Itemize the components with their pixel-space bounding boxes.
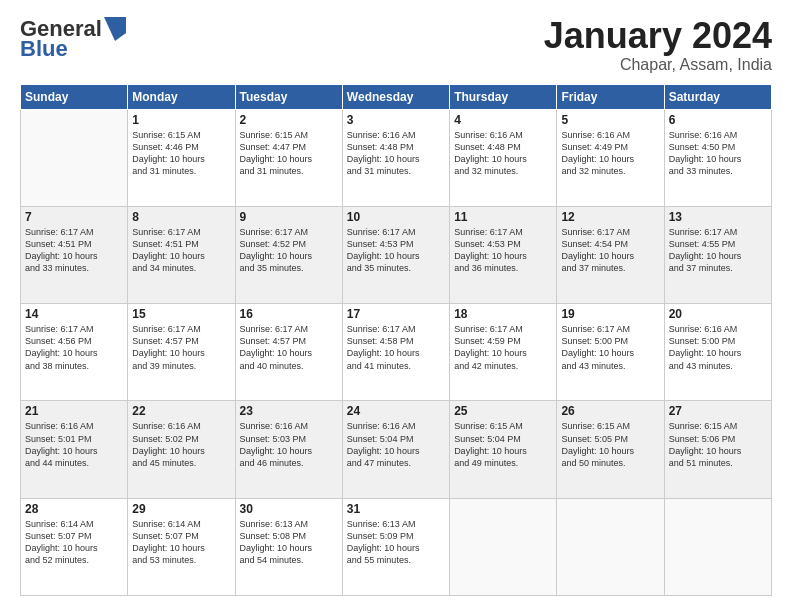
day-number: 25 [454,404,552,418]
table-row: 29Sunrise: 6:14 AM Sunset: 5:07 PM Dayli… [128,498,235,595]
table-row: 10Sunrise: 6:17 AM Sunset: 4:53 PM Dayli… [342,206,449,303]
table-row: 6Sunrise: 6:16 AM Sunset: 4:50 PM Daylig… [664,109,771,206]
day-number: 1 [132,113,230,127]
table-row: 27Sunrise: 6:15 AM Sunset: 5:06 PM Dayli… [664,401,771,498]
day-number: 17 [347,307,445,321]
location: Chapar, Assam, India [544,56,772,74]
day-number: 31 [347,502,445,516]
day-info: Sunrise: 6:17 AM Sunset: 4:55 PM Dayligh… [669,226,767,275]
table-row [557,498,664,595]
calendar-week-row: 1Sunrise: 6:15 AM Sunset: 4:46 PM Daylig… [21,109,772,206]
day-info: Sunrise: 6:17 AM Sunset: 4:58 PM Dayligh… [347,323,445,372]
day-number: 11 [454,210,552,224]
calendar-week-row: 7Sunrise: 6:17 AM Sunset: 4:51 PM Daylig… [21,206,772,303]
table-row: 24Sunrise: 6:16 AM Sunset: 5:04 PM Dayli… [342,401,449,498]
table-row: 4Sunrise: 6:16 AM Sunset: 4:48 PM Daylig… [450,109,557,206]
table-row: 20Sunrise: 6:16 AM Sunset: 5:00 PM Dayli… [664,304,771,401]
day-number: 9 [240,210,338,224]
day-info: Sunrise: 6:16 AM Sunset: 5:04 PM Dayligh… [347,420,445,469]
calendar-day-header: Saturday [664,84,771,109]
day-number: 24 [347,404,445,418]
day-number: 8 [132,210,230,224]
day-number: 7 [25,210,123,224]
day-info: Sunrise: 6:13 AM Sunset: 5:08 PM Dayligh… [240,518,338,567]
day-info: Sunrise: 6:17 AM Sunset: 5:00 PM Dayligh… [561,323,659,372]
table-row: 23Sunrise: 6:16 AM Sunset: 5:03 PM Dayli… [235,401,342,498]
day-number: 20 [669,307,767,321]
table-row [450,498,557,595]
day-number: 28 [25,502,123,516]
table-row: 28Sunrise: 6:14 AM Sunset: 5:07 PM Dayli… [21,498,128,595]
table-row: 31Sunrise: 6:13 AM Sunset: 5:09 PM Dayli… [342,498,449,595]
day-info: Sunrise: 6:17 AM Sunset: 4:51 PM Dayligh… [132,226,230,275]
day-info: Sunrise: 6:17 AM Sunset: 4:57 PM Dayligh… [132,323,230,372]
table-row: 26Sunrise: 6:15 AM Sunset: 5:05 PM Dayli… [557,401,664,498]
table-row: 11Sunrise: 6:17 AM Sunset: 4:53 PM Dayli… [450,206,557,303]
day-info: Sunrise: 6:15 AM Sunset: 4:46 PM Dayligh… [132,129,230,178]
day-number: 27 [669,404,767,418]
day-number: 3 [347,113,445,127]
calendar-day-header: Thursday [450,84,557,109]
logo-blue: Blue [20,36,68,62]
day-info: Sunrise: 6:17 AM Sunset: 4:59 PM Dayligh… [454,323,552,372]
day-number: 2 [240,113,338,127]
day-info: Sunrise: 6:16 AM Sunset: 5:02 PM Dayligh… [132,420,230,469]
day-number: 6 [669,113,767,127]
calendar-header-row: SundayMondayTuesdayWednesdayThursdayFrid… [21,84,772,109]
day-number: 13 [669,210,767,224]
table-row: 14Sunrise: 6:17 AM Sunset: 4:56 PM Dayli… [21,304,128,401]
month-title: January 2024 [544,16,772,56]
day-info: Sunrise: 6:16 AM Sunset: 5:01 PM Dayligh… [25,420,123,469]
table-row: 3Sunrise: 6:16 AM Sunset: 4:48 PM Daylig… [342,109,449,206]
table-row [21,109,128,206]
day-info: Sunrise: 6:15 AM Sunset: 4:47 PM Dayligh… [240,129,338,178]
day-number: 4 [454,113,552,127]
day-info: Sunrise: 6:17 AM Sunset: 4:52 PM Dayligh… [240,226,338,275]
day-info: Sunrise: 6:17 AM Sunset: 4:56 PM Dayligh… [25,323,123,372]
day-number: 5 [561,113,659,127]
day-number: 22 [132,404,230,418]
day-info: Sunrise: 6:17 AM Sunset: 4:53 PM Dayligh… [454,226,552,275]
day-info: Sunrise: 6:14 AM Sunset: 5:07 PM Dayligh… [25,518,123,567]
table-row [664,498,771,595]
day-info: Sunrise: 6:13 AM Sunset: 5:09 PM Dayligh… [347,518,445,567]
day-info: Sunrise: 6:17 AM Sunset: 4:53 PM Dayligh… [347,226,445,275]
calendar-week-row: 28Sunrise: 6:14 AM Sunset: 5:07 PM Dayli… [21,498,772,595]
table-row: 8Sunrise: 6:17 AM Sunset: 4:51 PM Daylig… [128,206,235,303]
day-info: Sunrise: 6:17 AM Sunset: 4:57 PM Dayligh… [240,323,338,372]
day-number: 18 [454,307,552,321]
day-info: Sunrise: 6:16 AM Sunset: 5:03 PM Dayligh… [240,420,338,469]
table-row: 2Sunrise: 6:15 AM Sunset: 4:47 PM Daylig… [235,109,342,206]
calendar-week-row: 21Sunrise: 6:16 AM Sunset: 5:01 PM Dayli… [21,401,772,498]
day-number: 26 [561,404,659,418]
table-row: 19Sunrise: 6:17 AM Sunset: 5:00 PM Dayli… [557,304,664,401]
day-info: Sunrise: 6:16 AM Sunset: 4:48 PM Dayligh… [454,129,552,178]
calendar-week-row: 14Sunrise: 6:17 AM Sunset: 4:56 PM Dayli… [21,304,772,401]
day-number: 21 [25,404,123,418]
header: General Blue January 2024 Chapar, Assam,… [20,16,772,74]
table-row: 5Sunrise: 6:16 AM Sunset: 4:49 PM Daylig… [557,109,664,206]
day-number: 10 [347,210,445,224]
calendar-table: SundayMondayTuesdayWednesdayThursdayFrid… [20,84,772,596]
day-info: Sunrise: 6:17 AM Sunset: 4:51 PM Dayligh… [25,226,123,275]
table-row: 16Sunrise: 6:17 AM Sunset: 4:57 PM Dayli… [235,304,342,401]
day-number: 12 [561,210,659,224]
day-number: 23 [240,404,338,418]
table-row: 18Sunrise: 6:17 AM Sunset: 4:59 PM Dayli… [450,304,557,401]
calendar-day-header: Sunday [21,84,128,109]
table-row: 15Sunrise: 6:17 AM Sunset: 4:57 PM Dayli… [128,304,235,401]
day-info: Sunrise: 6:16 AM Sunset: 5:00 PM Dayligh… [669,323,767,372]
title-block: January 2024 Chapar, Assam, India [544,16,772,74]
calendar-day-header: Monday [128,84,235,109]
day-info: Sunrise: 6:15 AM Sunset: 5:05 PM Dayligh… [561,420,659,469]
day-info: Sunrise: 6:16 AM Sunset: 4:49 PM Dayligh… [561,129,659,178]
logo-icon [104,17,126,41]
table-row: 17Sunrise: 6:17 AM Sunset: 4:58 PM Dayli… [342,304,449,401]
table-row: 1Sunrise: 6:15 AM Sunset: 4:46 PM Daylig… [128,109,235,206]
table-row: 22Sunrise: 6:16 AM Sunset: 5:02 PM Dayli… [128,401,235,498]
day-info: Sunrise: 6:16 AM Sunset: 4:48 PM Dayligh… [347,129,445,178]
table-row: 13Sunrise: 6:17 AM Sunset: 4:55 PM Dayli… [664,206,771,303]
day-number: 19 [561,307,659,321]
logo: General Blue [20,16,126,62]
day-info: Sunrise: 6:17 AM Sunset: 4:54 PM Dayligh… [561,226,659,275]
